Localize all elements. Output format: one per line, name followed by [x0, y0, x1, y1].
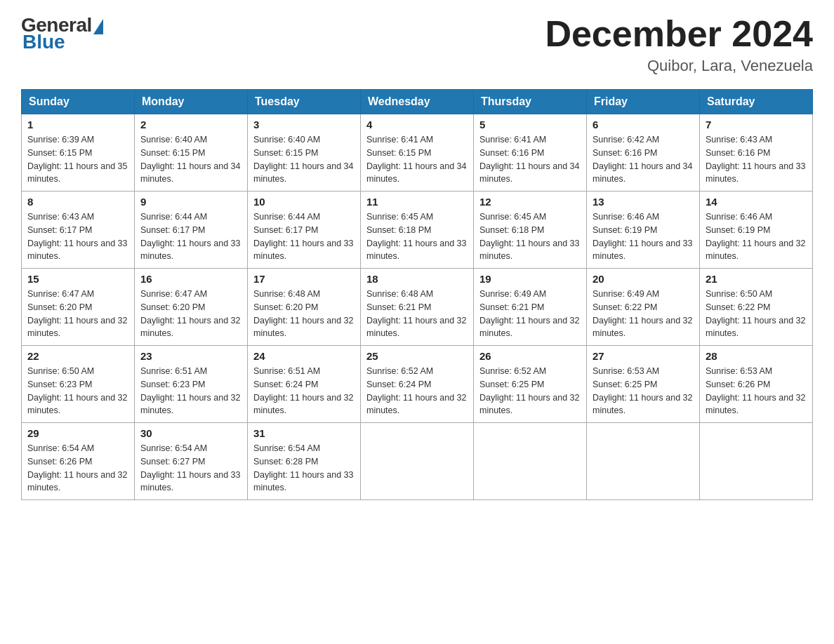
calendar-cell: 20Sunrise: 6:49 AMSunset: 6:22 PMDayligh…: [587, 269, 700, 346]
calendar-cell: 18Sunrise: 6:48 AMSunset: 6:21 PMDayligh…: [361, 269, 474, 346]
calendar-cell: 17Sunrise: 6:48 AMSunset: 6:20 PMDayligh…: [248, 269, 361, 346]
day-info: Sunrise: 6:44 AMSunset: 6:17 PMDaylight:…: [140, 210, 241, 263]
calendar-cell: 22Sunrise: 6:50 AMSunset: 6:23 PMDayligh…: [22, 346, 135, 423]
day-info: Sunrise: 6:50 AMSunset: 6:22 PMDaylight:…: [706, 288, 807, 340]
location-subtitle: Quibor, Lara, Venezuela: [545, 57, 813, 75]
day-number: 17: [253, 273, 355, 285]
col-header-sunday: Sunday: [22, 90, 135, 114]
day-info: Sunrise: 6:54 AMSunset: 6:26 PMDaylight:…: [27, 442, 128, 495]
day-number: 5: [479, 119, 581, 130]
day-number: 10: [253, 196, 355, 208]
calendar-cell: [474, 423, 587, 500]
day-number: 2: [140, 119, 241, 130]
day-number: 1: [27, 119, 128, 130]
day-info: Sunrise: 6:50 AMSunset: 6:23 PMDaylight:…: [27, 365, 128, 417]
day-number: 28: [706, 350, 807, 362]
day-number: 13: [593, 196, 694, 208]
calendar-cell: 10Sunrise: 6:44 AMSunset: 6:17 PMDayligh…: [248, 192, 361, 269]
calendar-week-4: 22Sunrise: 6:50 AMSunset: 6:23 PMDayligh…: [22, 346, 813, 423]
day-info: Sunrise: 6:45 AMSunset: 6:18 PMDaylight:…: [366, 210, 468, 263]
day-info: Sunrise: 6:46 AMSunset: 6:19 PMDaylight:…: [593, 210, 694, 263]
calendar-cell: 2Sunrise: 6:40 AMSunset: 6:15 PMDaylight…: [135, 114, 248, 192]
day-number: 23: [140, 350, 241, 362]
day-info: Sunrise: 6:43 AMSunset: 6:17 PMDaylight:…: [27, 210, 128, 263]
day-number: 3: [253, 119, 355, 130]
calendar-cell: 30Sunrise: 6:54 AMSunset: 6:27 PMDayligh…: [135, 423, 248, 500]
calendar-cell: 14Sunrise: 6:46 AMSunset: 6:19 PMDayligh…: [700, 192, 813, 269]
day-number: 25: [366, 350, 468, 362]
logo-blue-text: Blue: [22, 31, 65, 53]
logo-arrow-icon: [93, 19, 103, 34]
day-number: 6: [593, 119, 694, 130]
calendar-cell: 6Sunrise: 6:42 AMSunset: 6:16 PMDaylight…: [587, 114, 700, 192]
calendar-cell: 29Sunrise: 6:54 AMSunset: 6:26 PMDayligh…: [22, 423, 135, 500]
day-info: Sunrise: 6:39 AMSunset: 6:15 PMDaylight:…: [27, 133, 128, 186]
day-info: Sunrise: 6:41 AMSunset: 6:16 PMDaylight:…: [479, 133, 581, 186]
day-number: 16: [140, 273, 241, 285]
day-info: Sunrise: 6:47 AMSunset: 6:20 PMDaylight:…: [140, 288, 241, 340]
col-header-monday: Monday: [135, 90, 248, 114]
day-info: Sunrise: 6:45 AMSunset: 6:18 PMDaylight:…: [479, 210, 581, 263]
day-number: 19: [479, 273, 581, 285]
calendar-cell: 4Sunrise: 6:41 AMSunset: 6:15 PMDaylight…: [361, 114, 474, 192]
calendar-cell: 26Sunrise: 6:52 AMSunset: 6:25 PMDayligh…: [474, 346, 587, 423]
calendar-cell: 21Sunrise: 6:50 AMSunset: 6:22 PMDayligh…: [700, 269, 813, 346]
calendar-cell: 15Sunrise: 6:47 AMSunset: 6:20 PMDayligh…: [22, 269, 135, 346]
day-info: Sunrise: 6:44 AMSunset: 6:17 PMDaylight:…: [253, 210, 355, 263]
calendar-cell: 27Sunrise: 6:53 AMSunset: 6:25 PMDayligh…: [587, 346, 700, 423]
day-info: Sunrise: 6:52 AMSunset: 6:24 PMDaylight:…: [366, 365, 468, 417]
day-number: 9: [140, 196, 241, 208]
day-number: 29: [27, 427, 128, 439]
calendar-cell: 19Sunrise: 6:49 AMSunset: 6:21 PMDayligh…: [474, 269, 587, 346]
calendar-cell: 11Sunrise: 6:45 AMSunset: 6:18 PMDayligh…: [361, 192, 474, 269]
day-number: 8: [27, 196, 128, 208]
col-header-tuesday: Tuesday: [248, 90, 361, 114]
day-number: 27: [593, 350, 694, 362]
calendar-cell: 7Sunrise: 6:43 AMSunset: 6:16 PMDaylight…: [700, 114, 813, 192]
day-number: 11: [366, 196, 468, 208]
day-info: Sunrise: 6:48 AMSunset: 6:21 PMDaylight:…: [366, 288, 468, 340]
day-number: 18: [366, 273, 468, 285]
calendar-cell: 9Sunrise: 6:44 AMSunset: 6:17 PMDaylight…: [135, 192, 248, 269]
col-header-friday: Friday: [587, 90, 700, 114]
day-info: Sunrise: 6:41 AMSunset: 6:15 PMDaylight:…: [366, 133, 468, 186]
page-header: General Blue December 2024 Quibor, Lara,…: [21, 14, 813, 75]
day-info: Sunrise: 6:52 AMSunset: 6:25 PMDaylight:…: [479, 365, 581, 417]
day-info: Sunrise: 6:54 AMSunset: 6:28 PMDaylight:…: [253, 442, 355, 495]
calendar-week-2: 8Sunrise: 6:43 AMSunset: 6:17 PMDaylight…: [22, 192, 813, 269]
day-number: 22: [27, 350, 128, 362]
calendar-table: SundayMondayTuesdayWednesdayThursdayFrid…: [21, 89, 813, 500]
calendar-cell: 1Sunrise: 6:39 AMSunset: 6:15 PMDaylight…: [22, 114, 135, 192]
calendar-cell: 16Sunrise: 6:47 AMSunset: 6:20 PMDayligh…: [135, 269, 248, 346]
calendar-week-3: 15Sunrise: 6:47 AMSunset: 6:20 PMDayligh…: [22, 269, 813, 346]
calendar-week-1: 1Sunrise: 6:39 AMSunset: 6:15 PMDaylight…: [22, 114, 813, 192]
day-info: Sunrise: 6:42 AMSunset: 6:16 PMDaylight:…: [593, 133, 694, 186]
day-number: 26: [479, 350, 581, 362]
day-info: Sunrise: 6:49 AMSunset: 6:22 PMDaylight:…: [593, 288, 694, 340]
day-info: Sunrise: 6:48 AMSunset: 6:20 PMDaylight:…: [253, 288, 355, 340]
calendar-cell: 3Sunrise: 6:40 AMSunset: 6:15 PMDaylight…: [248, 114, 361, 192]
col-header-thursday: Thursday: [474, 90, 587, 114]
calendar-cell: 5Sunrise: 6:41 AMSunset: 6:16 PMDaylight…: [474, 114, 587, 192]
day-number: 30: [140, 427, 241, 439]
calendar-cell: 25Sunrise: 6:52 AMSunset: 6:24 PMDayligh…: [361, 346, 474, 423]
day-info: Sunrise: 6:51 AMSunset: 6:24 PMDaylight:…: [253, 365, 355, 417]
calendar-cell: 24Sunrise: 6:51 AMSunset: 6:24 PMDayligh…: [248, 346, 361, 423]
calendar-cell: 13Sunrise: 6:46 AMSunset: 6:19 PMDayligh…: [587, 192, 700, 269]
calendar-cell: [587, 423, 700, 500]
calendar-cell: 28Sunrise: 6:53 AMSunset: 6:26 PMDayligh…: [700, 346, 813, 423]
calendar-header-row: SundayMondayTuesdayWednesdayThursdayFrid…: [22, 90, 813, 114]
month-title: December 2024: [545, 14, 813, 54]
day-info: Sunrise: 6:51 AMSunset: 6:23 PMDaylight:…: [140, 365, 241, 417]
day-info: Sunrise: 6:53 AMSunset: 6:25 PMDaylight:…: [593, 365, 694, 417]
day-number: 20: [593, 273, 694, 285]
title-section: December 2024 Quibor, Lara, Venezuela: [545, 14, 813, 75]
col-header-wednesday: Wednesday: [361, 90, 474, 114]
day-number: 15: [27, 273, 128, 285]
col-header-saturday: Saturday: [700, 90, 813, 114]
day-info: Sunrise: 6:49 AMSunset: 6:21 PMDaylight:…: [479, 288, 581, 340]
day-number: 31: [253, 427, 355, 439]
day-info: Sunrise: 6:47 AMSunset: 6:20 PMDaylight:…: [27, 288, 128, 340]
logo: General Blue: [21, 14, 103, 53]
day-number: 14: [706, 196, 807, 208]
